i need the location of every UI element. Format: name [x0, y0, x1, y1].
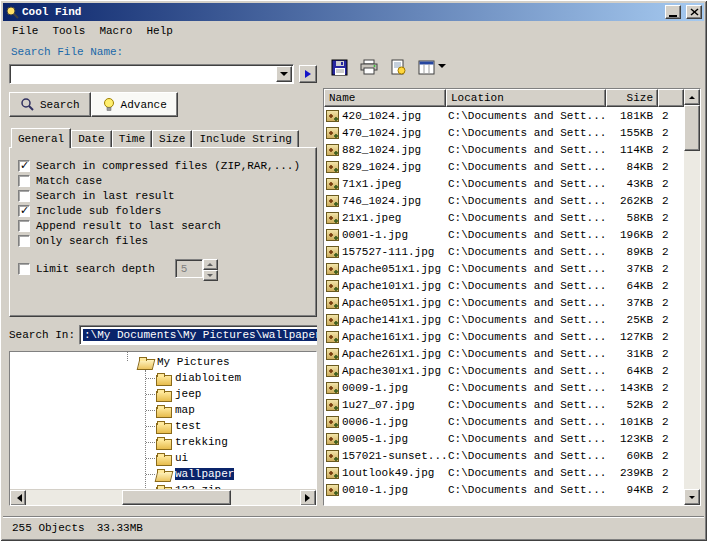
result-row[interactable]: 0010-1.jpg C:\Documents and Sett... 94KB… — [324, 481, 684, 498]
result-row[interactable]: Apache161x1.jpg C:\Documents and Sett...… — [324, 328, 684, 345]
tree-item[interactable]: jeep — [10, 386, 316, 402]
checkbox-option[interactable]: Include sub folders — [18, 203, 308, 218]
combo-action-button[interactable] — [299, 65, 317, 83]
tab[interactable]: General — [11, 128, 71, 148]
checkbox[interactable] — [18, 205, 30, 217]
result-row[interactable]: 71x1.jpeg C:\Documents and Sett... 43KB … — [324, 175, 684, 192]
checkbox-option[interactable]: Match case — [18, 173, 308, 188]
column-header-name[interactable]: Name — [324, 89, 446, 107]
tree-item[interactable]: map — [10, 402, 316, 418]
column-header-size[interactable]: Size — [606, 89, 658, 107]
result-row[interactable]: Apache101x1.jpg C:\Documents and Sett...… — [324, 277, 684, 294]
scrollbar-thumb[interactable] — [122, 490, 232, 505]
result-row[interactable]: 21x1.jpeg C:\Documents and Sett... 58KB … — [324, 209, 684, 226]
result-row[interactable]: 1u27_07.jpg C:\Documents and Sett... 52K… — [324, 396, 684, 413]
columns-button[interactable] — [418, 60, 446, 75]
title-bar[interactable]: Cool Find — [3, 3, 704, 21]
file-location: C:\Documents and Sett... — [446, 161, 606, 173]
result-row[interactable]: 0005-1.jpg C:\Documents and Sett... 123K… — [324, 430, 684, 447]
result-row[interactable]: 157021-sunset... C:\Documents and Sett..… — [324, 447, 684, 464]
tab[interactable]: Date — [71, 130, 111, 147]
depth-spinner[interactable]: 5 — [175, 259, 218, 278]
result-row[interactable]: 882_1024.jpg C:\Documents and Sett... 11… — [324, 141, 684, 158]
column-header-location[interactable]: Location — [446, 89, 606, 107]
menu-item[interactable]: Tools — [45, 23, 92, 39]
checkbox[interactable] — [18, 190, 30, 202]
advance-button[interactable]: Advance — [91, 92, 178, 117]
tree-item[interactable]: ui — [10, 450, 316, 466]
result-row[interactable]: 829_1024.jpg C:\Documents and Sett... 84… — [324, 158, 684, 175]
scrollbar-track[interactable] — [684, 105, 700, 489]
depth-value[interactable]: 5 — [175, 259, 203, 278]
tree-item[interactable]: My Pictures — [10, 354, 316, 370]
tab[interactable]: Size — [152, 130, 192, 147]
checkbox[interactable] — [18, 220, 30, 232]
checkbox[interactable] — [18, 175, 30, 187]
menu-item[interactable]: Help — [139, 23, 179, 39]
result-row[interactable]: Apache051x1.jpg C:\Documents and Sett...… — [324, 294, 684, 311]
file-name: Apache161x1.jpg — [342, 331, 441, 343]
checkbox[interactable] — [18, 160, 30, 172]
checkbox-option[interactable]: Only search files — [18, 233, 308, 248]
tree-item[interactable]: trekking — [10, 434, 316, 450]
result-row[interactable]: Apache301x1.jpg C:\Documents and Sett...… — [324, 362, 684, 379]
tab[interactable]: Include String — [192, 130, 298, 147]
minimize-button[interactable] — [665, 5, 681, 19]
checkbox-option[interactable]: Search in last result — [18, 188, 308, 203]
result-row[interactable]: 157527-111.jpg C:\Documents and Sett... … — [324, 243, 684, 260]
checkbox-option[interactable]: Append result to last search — [18, 218, 308, 233]
tree-item[interactable]: 123.zip — [10, 482, 316, 489]
print-button[interactable] — [360, 59, 378, 75]
spin-up-button[interactable] — [203, 259, 218, 270]
file-location: C:\Documents and Sett... — [446, 331, 606, 343]
file-size: 123KB — [606, 433, 658, 445]
arrow-left-icon — [13, 494, 22, 502]
result-row[interactable]: Apache141x1.jpg C:\Documents and Sett...… — [324, 311, 684, 328]
result-row[interactable]: 470_1024.jpg C:\Documents and Sett... 15… — [324, 124, 684, 141]
list-vertical-scrollbar[interactable] — [684, 89, 700, 505]
tree-item[interactable]: test — [10, 418, 316, 434]
search-in-input[interactable]: :\My Documents\My Pictures\wallpaper — [81, 327, 317, 343]
checkbox-option[interactable]: Search in compressed files (ZIP,RAR,...) — [18, 158, 308, 173]
result-row[interactable]: Apache261x1.jpg C:\Documents and Sett...… — [324, 345, 684, 362]
close-icon — [690, 8, 699, 16]
search-name-combo[interactable] — [9, 64, 294, 84]
menu-item[interactable]: File — [5, 23, 45, 39]
result-row[interactable]: 0006-1.jpg C:\Documents and Sett... 101K… — [324, 413, 684, 430]
image-file-icon — [326, 450, 339, 462]
scrollbar-thumb[interactable] — [684, 105, 700, 151]
search-name-dropdown-button[interactable] — [276, 66, 292, 82]
scrollbar-track[interactable] — [26, 490, 300, 505]
tree-item[interactable]: wallpaper — [10, 466, 316, 482]
folder-icon — [156, 436, 171, 449]
search-name-input[interactable] — [11, 66, 276, 82]
tab[interactable]: Time — [112, 130, 152, 147]
file-extra: 2 — [658, 484, 684, 496]
scroll-left-button[interactable] — [10, 490, 26, 506]
scroll-up-button[interactable] — [684, 89, 700, 105]
tree-horizontal-scrollbar[interactable] — [10, 489, 316, 505]
limit-depth-checkbox[interactable] — [18, 263, 30, 275]
search-in-combo[interactable]: :\My Documents\My Pictures\wallpaper — [79, 325, 317, 345]
checkbox[interactable] — [18, 235, 30, 247]
limit-depth-option[interactable]: Limit search depth 5 — [18, 261, 308, 276]
image-file-icon — [326, 314, 339, 326]
result-row[interactable]: 420_1024.jpg C:\Documents and Sett... 18… — [324, 107, 684, 124]
menu-item[interactable]: Macro — [92, 23, 139, 39]
save-button[interactable] — [331, 59, 348, 76]
spin-down-button[interactable] — [203, 270, 218, 281]
result-row[interactable]: 1outlook49.jpg C:\Documents and Sett... … — [324, 464, 684, 481]
column-header-extra[interactable] — [658, 89, 684, 107]
close-button[interactable] — [686, 5, 702, 19]
scroll-right-button[interactable] — [300, 490, 316, 506]
result-row[interactable]: 746_1024.jpg C:\Documents and Sett... 26… — [324, 192, 684, 209]
result-row[interactable]: 0001-1.jpg C:\Documents and Sett... 196K… — [324, 226, 684, 243]
scroll-down-button[interactable] — [684, 489, 700, 505]
file-size: 89KB — [606, 246, 658, 258]
result-row[interactable]: 0009-1.jpg C:\Documents and Sett... 143K… — [324, 379, 684, 396]
folder-icon — [156, 484, 171, 490]
result-row[interactable]: Apache051x1.jpg C:\Documents and Sett...… — [324, 260, 684, 277]
search-button[interactable]: Search — [9, 92, 91, 117]
tree-item[interactable]: diabloitem — [10, 370, 316, 386]
export-button[interactable] — [390, 59, 406, 75]
